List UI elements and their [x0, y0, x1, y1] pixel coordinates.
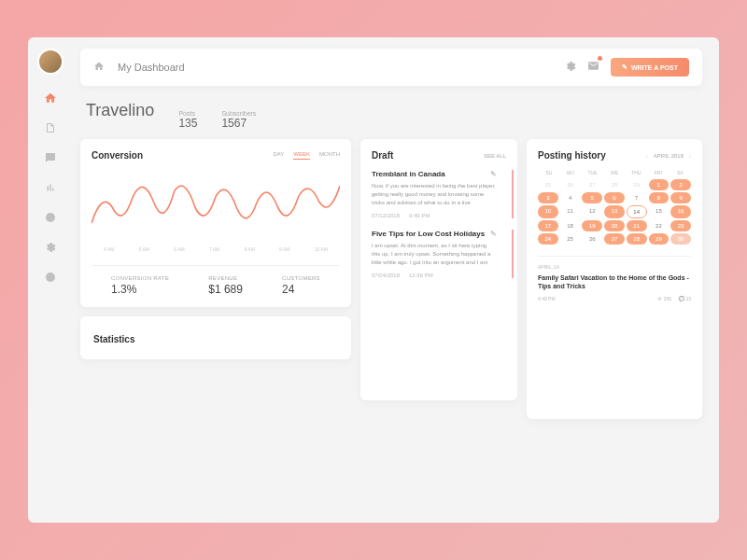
notification-dot — [598, 56, 602, 61]
weekday-label: TUE — [582, 170, 603, 175]
history-post-title[interactable]: Family Safari Vacation to the Home of th… — [538, 273, 691, 290]
draft-date: 07/04/2018 — [372, 273, 400, 278]
subscribers-stat: Subscribers 1567 — [221, 110, 256, 130]
calendar-day[interactable]: 28 — [604, 179, 625, 190]
calendar-day[interactable]: 18 — [560, 220, 581, 231]
draft-title: Draft — [372, 150, 393, 161]
nav-analytics-icon[interactable] — [44, 181, 57, 194]
calendar: SUMOTUEWETHUFRISA 2526272829123456789101… — [538, 170, 691, 245]
home-icon[interactable] — [93, 59, 105, 76]
metric-revenue: REVENUE $1 689 — [208, 275, 243, 296]
draft-item[interactable]: Five Tips for Low Cost Holidays✎I am ups… — [372, 230, 506, 278]
draft-list: Tremblant in Canada✎Now, if you are inte… — [372, 170, 506, 278]
calendar-day[interactable]: 4 — [560, 192, 581, 203]
see-all-link[interactable]: SEE ALL — [484, 153, 506, 159]
calendar-day[interactable]: 21 — [627, 220, 647, 231]
calendar-day[interactable]: 2 — [670, 179, 691, 190]
subs-label: Subscribers — [221, 110, 256, 117]
svg-point-1 — [46, 273, 55, 282]
draft-item[interactable]: Tremblant in Canada✎Now, if you are inte… — [372, 170, 506, 218]
calendar-day[interactable]: 28 — [627, 233, 647, 245]
calendar-day[interactable]: 17 — [538, 220, 558, 231]
calendar-day[interactable]: 25 — [538, 179, 558, 190]
calendar-day[interactable]: 29 — [649, 233, 669, 245]
calendar-day[interactable]: 22 — [649, 220, 669, 231]
edit-icon[interactable]: ✎ — [490, 170, 497, 178]
brand-row: Travelino Posts 135 Subscribers 1567 — [86, 101, 702, 130]
draft-card: Draft SEE ALL Tremblant in Canada✎Now, i… — [360, 139, 517, 400]
rev-label: REVENUE — [208, 275, 243, 281]
tab-month[interactable]: MONTH — [319, 151, 340, 160]
calendar-day[interactable]: 14 — [627, 205, 647, 218]
weekday-label: SU — [538, 170, 559, 175]
nav-home-icon[interactable] — [44, 91, 57, 105]
month-nav: ‹ APRIL 2018 › — [646, 153, 691, 159]
calendar-day[interactable]: 29 — [627, 179, 647, 190]
calendar-day[interactable]: 23 — [670, 220, 691, 231]
weekday-label: THU — [626, 170, 647, 175]
xaxis-label: 4 AM — [104, 246, 114, 252]
calendar-day[interactable]: 27 — [582, 179, 602, 190]
xaxis-label: 9 AM — [279, 246, 289, 252]
nav-document-icon[interactable] — [44, 121, 57, 134]
calendar-day[interactable]: 1 — [649, 179, 669, 190]
calendar-day[interactable]: 11 — [560, 205, 581, 218]
topbar-actions: ✎WRITE A POST — [565, 58, 689, 77]
brand-name: Travelino — [86, 101, 154, 120]
nav-info-icon[interactable] — [44, 271, 57, 284]
calendar-day[interactable]: 9 — [670, 192, 691, 203]
xaxis-label: 10 AM — [315, 246, 328, 252]
draft-date: 07/12/2018 — [372, 213, 400, 218]
conversion-metrics: CONVERSION RATE 1.3% REVENUE $1 689 CUST… — [92, 265, 340, 296]
calendar-day[interactable]: 12 — [582, 205, 602, 218]
calendar-day[interactable]: 20 — [604, 220, 625, 231]
svg-point-0 — [46, 213, 55, 222]
posts-label: Posts — [178, 110, 197, 117]
draft-item-title: Tremblant in Canada✎ — [372, 170, 497, 178]
calendar-day[interactable]: 15 — [649, 205, 669, 218]
next-month-icon[interactable]: › — [689, 153, 691, 159]
calendar-day[interactable]: 26 — [560, 179, 581, 190]
history-post-stats: 👁 256 💬 23 — [657, 296, 691, 301]
avatar[interactable] — [37, 49, 63, 75]
calendar-day[interactable]: 24 — [538, 233, 558, 245]
gear-icon[interactable] — [565, 59, 576, 76]
rate-label: CONVERSION RATE — [111, 275, 169, 281]
calendar-day[interactable]: 25 — [560, 233, 581, 245]
calendar-day[interactable]: 7 — [627, 192, 647, 203]
history-title: Posting history — [538, 150, 606, 161]
calendar-weekdays: SUMOTUEWETHUFRISA — [538, 170, 691, 175]
draft-item-text: I am upset. At this moment, as I sit her… — [372, 242, 497, 267]
xaxis-label: 6 AM — [174, 246, 184, 252]
calendar-day[interactable]: 16 — [670, 205, 691, 218]
tab-week[interactable]: WEEK — [293, 151, 310, 160]
calendar-day[interactable]: 26 — [582, 233, 602, 245]
calendar-day[interactable]: 30 — [670, 233, 691, 245]
draft-header: Draft SEE ALL — [372, 150, 506, 161]
tab-day[interactable]: DAY — [273, 151, 284, 160]
nav-chat-icon[interactable] — [44, 151, 57, 164]
rev-value: $1 689 — [208, 283, 243, 296]
prev-month-icon[interactable]: ‹ — [646, 153, 648, 159]
calendar-day[interactable]: 27 — [604, 233, 625, 245]
calendar-day[interactable]: 10 — [538, 205, 558, 218]
nav-settings-icon[interactable] — [44, 241, 57, 254]
calendar-day[interactable]: 3 — [538, 192, 558, 203]
history-post-time: 9:49 PM — [538, 296, 556, 301]
draft-item-meta: 07/04/201812:36 PM — [372, 273, 497, 278]
calendar-day[interactable]: 13 — [604, 205, 625, 218]
edit-icon[interactable]: ✎ — [490, 230, 497, 238]
views-value: 256 — [664, 296, 671, 301]
write-post-button[interactable]: ✎WRITE A POST — [611, 58, 689, 77]
calendar-day[interactable]: 5 — [582, 192, 602, 203]
calendar-day[interactable]: 8 — [649, 192, 669, 203]
posts-stat: Posts 135 — [178, 110, 197, 130]
right-column: Posting history ‹ APRIL 2018 › SUMOTUEWE… — [527, 139, 702, 419]
mail-icon[interactable] — [587, 59, 599, 76]
subs-value: 1567 — [221, 117, 256, 130]
calendar-day[interactable]: 6 — [604, 192, 625, 203]
content-grid: Conversion DAY WEEK MONTH 4 AM5 AM6 AM7 … — [80, 139, 702, 419]
nav-globe-icon[interactable] — [44, 211, 57, 224]
weekday-label: FRI — [647, 170, 669, 175]
calendar-day[interactable]: 19 — [582, 220, 602, 231]
